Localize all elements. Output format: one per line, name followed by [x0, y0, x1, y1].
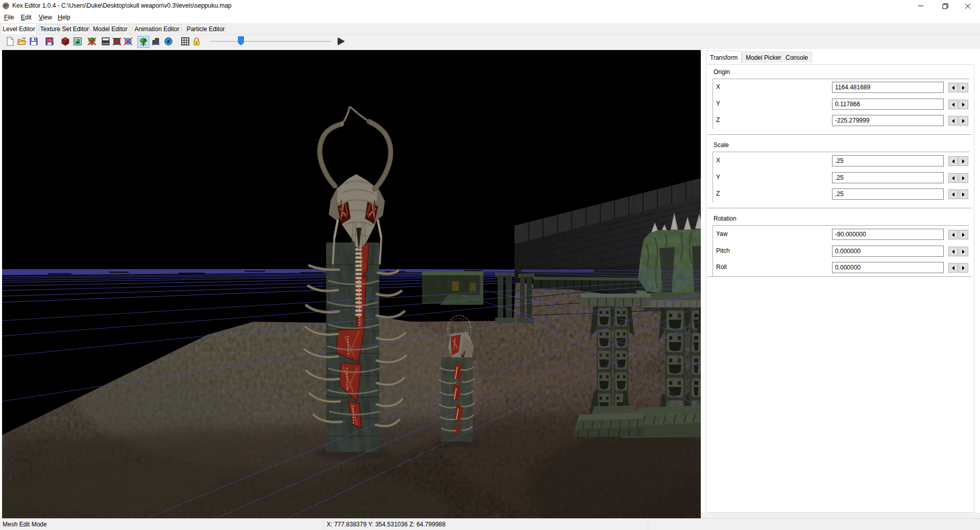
svg-text:OBJ: OBJ — [47, 38, 54, 42]
